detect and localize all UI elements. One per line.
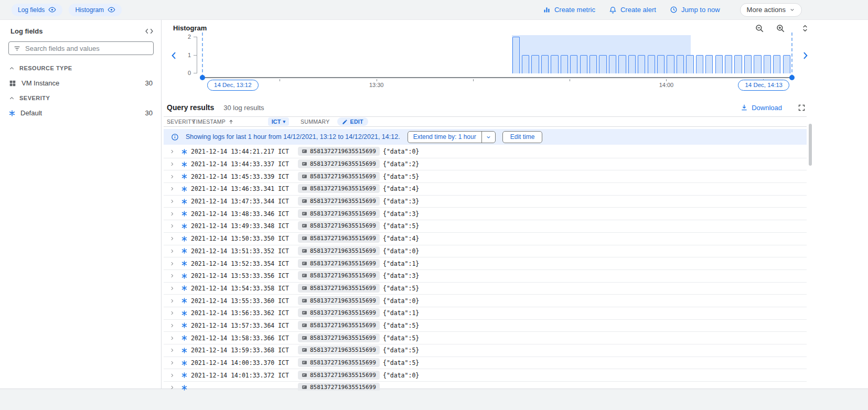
eye-icon[interactable] [108, 6, 115, 14]
log-row[interactable]: 2021-12-14 13:49:33.348 ICT 858137271963… [164, 220, 807, 233]
histogram-bar[interactable] [744, 55, 752, 73]
histogram-bar[interactable] [696, 55, 703, 73]
log-row[interactable]: 2021-12-14 13:48:33.346 ICT 858137271963… [164, 208, 807, 220]
expand-log-icon[interactable] [167, 199, 177, 204]
resource-chip[interactable]: 8581372719635515699 [298, 333, 380, 342]
histogram-bar[interactable] [677, 55, 684, 73]
log-row[interactable]: 2021-12-14 13:53:33.356 ICT 858137271963… [164, 270, 807, 283]
histogram-bar[interactable] [609, 55, 616, 73]
histogram-bar[interactable] [570, 55, 577, 73]
log-row[interactable]: 2021-12-14 13:45:33.339 ICT 858137271963… [164, 170, 807, 183]
resource-chip[interactable]: 8581372719635515699 [298, 271, 380, 280]
expand-log-icon[interactable] [167, 273, 177, 278]
expand-log-icon[interactable] [167, 348, 177, 353]
resource-chip[interactable]: 8581372719635515699 [298, 259, 380, 268]
histogram-bar[interactable] [590, 55, 597, 73]
histogram-bar[interactable] [715, 55, 723, 73]
expand-log-icon[interactable] [167, 298, 177, 304]
expand-log-icon[interactable] [167, 186, 177, 191]
section-severity-header[interactable]: SEVERITY [0, 90, 161, 106]
field-item-default-severity[interactable]: Default 30 [0, 106, 161, 120]
resource-chip[interactable]: 8581372719635515699 [298, 159, 380, 168]
expand-log-icon[interactable] [167, 261, 177, 266]
histogram-bar[interactable] [657, 55, 665, 73]
histogram-bar[interactable] [541, 55, 549, 73]
histogram-bar[interactable] [764, 55, 771, 73]
log-row[interactable]: 8581372719635515699 [164, 382, 807, 391]
expand-log-icon[interactable] [167, 249, 177, 254]
histogram-bar[interactable] [705, 55, 713, 73]
field-item-vm-instance[interactable]: VM Instance 30 [0, 76, 161, 90]
expand-log-icon[interactable] [167, 161, 177, 167]
extend-time-button[interactable]: Extend time by: 1 hour [408, 131, 496, 143]
log-row[interactable]: 2021-12-14 14:00:33.370 ICT 858137271963… [164, 357, 807, 370]
log-row[interactable]: 2021-12-14 14:01:33.372 ICT 858137271963… [164, 369, 807, 382]
resource-chip[interactable]: 8581372719635515699 [298, 209, 380, 218]
resource-chip[interactable]: 8581372719635515699 [298, 308, 380, 317]
histogram-bar[interactable] [783, 55, 790, 73]
histogram-bar[interactable] [628, 55, 636, 73]
histogram-bar[interactable] [561, 55, 568, 73]
log-row[interactable]: 2021-12-14 13:57:33.364 ICT 858137271963… [164, 320, 807, 332]
search-input[interactable] [25, 45, 149, 52]
resource-chip[interactable]: 8581372719635515699 [298, 383, 380, 391]
expand-log-icon[interactable] [167, 336, 177, 341]
expand-log-icon[interactable] [167, 373, 177, 378]
chevron-down-icon[interactable] [482, 134, 495, 140]
zoom-out-icon[interactable] [755, 24, 764, 33]
log-row[interactable]: 2021-12-14 13:56:33.362 ICT 858137271963… [164, 307, 807, 320]
column-timestamp[interactable]: TIMESTAMP [192, 118, 226, 125]
resource-chip[interactable]: 8581372719635515699 [298, 346, 380, 354]
resource-chip[interactable]: 8581372719635515699 [298, 147, 380, 156]
create-metric-button[interactable]: Create metric [543, 6, 595, 14]
resource-chip[interactable]: 8581372719635515699 [298, 358, 380, 367]
histogram-bar[interactable] [648, 55, 655, 73]
pan-left-button[interactable] [169, 49, 179, 62]
log-row[interactable]: 2021-12-14 13:46:33.341 ICT 858137271963… [164, 183, 807, 196]
resource-chip[interactable]: 8581372719635515699 [298, 371, 380, 380]
jump-to-now-button[interactable]: Jump to now [670, 6, 720, 14]
edit-summary-button[interactable]: EDIT [337, 117, 368, 126]
histogram-bar[interactable] [754, 55, 761, 73]
expand-log-icon[interactable] [167, 385, 177, 390]
log-row[interactable]: 2021-12-14 13:50:33.350 ICT 858137271963… [164, 233, 807, 245]
expand-log-icon[interactable] [167, 286, 177, 291]
pan-right-button[interactable] [800, 49, 810, 62]
histogram-bar[interactable] [618, 55, 626, 73]
histogram-bar[interactable] [638, 55, 645, 73]
resource-chip[interactable]: 8581372719635515699 [298, 172, 380, 181]
log-fields-toggle-chip[interactable]: Log fields [12, 4, 62, 16]
log-row[interactable]: 2021-12-14 13:47:33.344 ICT 858137271963… [164, 196, 807, 208]
histogram-bar[interactable] [773, 55, 780, 73]
log-row[interactable]: 2021-12-14 13:44:33.337 ICT 858137271963… [164, 158, 807, 171]
log-row[interactable]: 2021-12-14 13:58:33.366 ICT 858137271963… [164, 332, 807, 344]
expand-log-icon[interactable] [167, 174, 177, 179]
log-row[interactable]: 2021-12-14 13:51:33.352 ICT 858137271963… [164, 245, 807, 258]
histogram-bar[interactable] [531, 55, 539, 73]
histogram-bar[interactable] [725, 55, 732, 73]
expand-log-icon[interactable] [167, 149, 177, 154]
expand-log-icon[interactable] [167, 223, 177, 229]
expand-log-icon[interactable] [167, 360, 177, 365]
histogram-toggle-chip[interactable]: Histogram [69, 4, 122, 16]
histogram-bar[interactable] [686, 55, 693, 73]
section-resource-type-header[interactable]: RESOURCE TYPE [0, 60, 161, 76]
log-row[interactable]: 2021-12-14 13:54:33.358 ICT 858137271963… [164, 283, 807, 295]
log-row[interactable]: 2021-12-14 13:52:33.354 ICT 858137271963… [164, 257, 807, 270]
histogram-bar[interactable] [580, 55, 587, 73]
expand-log-icon[interactable] [167, 211, 177, 217]
fullscreen-icon[interactable] [798, 104, 806, 112]
histogram-bar[interactable] [599, 55, 606, 73]
edit-time-button[interactable]: Edit time [502, 131, 543, 143]
eye-icon[interactable] [48, 6, 56, 14]
resource-chip[interactable]: 8581372719635515699 [298, 221, 380, 230]
search-box[interactable] [8, 41, 154, 55]
histogram-bar[interactable] [512, 37, 520, 73]
unfold-more-icon[interactable] [801, 24, 809, 33]
resource-chip[interactable]: 8581372719635515699 [298, 321, 380, 330]
resource-chip[interactable]: 8581372719635515699 [298, 284, 380, 293]
sort-ascending-icon[interactable] [228, 119, 234, 125]
expand-log-icon[interactable] [167, 323, 177, 328]
resource-chip[interactable]: 8581372719635515699 [298, 184, 380, 193]
create-alert-button[interactable]: Create alert [609, 6, 656, 14]
